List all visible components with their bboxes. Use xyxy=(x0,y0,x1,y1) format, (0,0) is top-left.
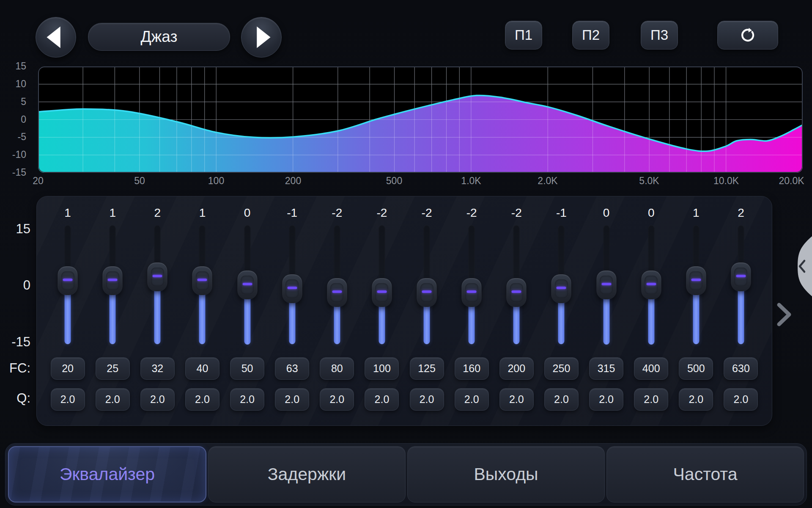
band-q-chip[interactable]: 2.0 xyxy=(724,388,758,411)
band-q-chip[interactable]: 2.0 xyxy=(230,388,264,411)
slider-thumb[interactable] xyxy=(507,278,527,307)
slider-thumb[interactable] xyxy=(596,271,616,299)
x-axis-tick-label: 500 xyxy=(386,175,402,187)
band-q-chip[interactable]: 2.0 xyxy=(365,388,399,411)
band-fc-chip[interactable]: 160 xyxy=(455,357,489,380)
next-bands-page-button[interactable] xyxy=(775,301,793,328)
band-q-chip[interactable]: 2.0 xyxy=(544,388,579,411)
band-q-chip[interactable]: 2.0 xyxy=(96,388,130,411)
band-fc-chip[interactable]: 25 xyxy=(96,357,130,380)
band-gain-slider[interactable] xyxy=(641,225,661,344)
band-q-chip[interactable]: 2.0 xyxy=(275,388,309,411)
band-fc-chip[interactable]: 80 xyxy=(320,357,354,380)
band-q-chip[interactable]: 2.0 xyxy=(634,388,668,411)
slider-thumb[interactable] xyxy=(58,266,78,295)
slider-thumb[interactable] xyxy=(731,262,751,291)
y-axis-tick-label: -15 xyxy=(0,167,26,178)
slider-thumb[interactable] xyxy=(686,266,706,295)
band-q-chip[interactable]: 2.0 xyxy=(140,388,175,411)
band-gain-slider[interactable] xyxy=(102,225,123,344)
slider-thumb[interactable] xyxy=(237,271,257,299)
band-gain-slider[interactable] xyxy=(417,225,437,344)
band-gain-slider[interactable] xyxy=(731,225,751,344)
slider-thumb[interactable] xyxy=(192,266,212,295)
band-gain-slider[interactable] xyxy=(147,225,167,344)
band-gain-slider[interactable] xyxy=(686,225,706,344)
x-axis-tick-label: 20.0K xyxy=(779,175,804,187)
band-gain-value: -1 xyxy=(287,204,297,222)
band-gain-slider[interactable] xyxy=(551,225,571,344)
band-fc-chip[interactable]: 630 xyxy=(724,357,758,380)
band-gain-slider[interactable] xyxy=(282,225,302,344)
memory-button-p3[interactable]: П3 xyxy=(641,21,678,50)
band-gain-slider[interactable] xyxy=(192,225,212,344)
band-fc-chip[interactable]: 20 xyxy=(51,357,85,380)
slider-thumb[interactable] xyxy=(551,274,571,303)
tab-frequency[interactable]: Частота xyxy=(606,446,804,502)
band-gain-slider[interactable] xyxy=(506,225,527,344)
band-q-chip[interactable]: 2.0 xyxy=(51,388,85,411)
band-fc-chip[interactable]: 200 xyxy=(499,357,534,380)
slider-thumb-inner xyxy=(689,271,702,290)
band-fc-chip[interactable]: 63 xyxy=(275,357,309,380)
slider-thumb-inner xyxy=(555,279,568,298)
band-gain-value: 0 xyxy=(603,204,610,222)
band-gain-slider[interactable] xyxy=(327,225,347,344)
slider-thumb-dash-icon xyxy=(736,275,746,277)
memory-button-p1[interactable]: П1 xyxy=(505,21,542,50)
band-gain-slider[interactable] xyxy=(596,225,617,344)
band-gain-slider[interactable] xyxy=(237,225,258,344)
eq-band: 0 400 2.0 xyxy=(629,204,674,411)
slider-thumb[interactable] xyxy=(462,278,482,307)
band-fc-chip[interactable]: 50 xyxy=(230,357,264,380)
slider-thumb[interactable] xyxy=(372,278,392,307)
slider-thumb[interactable] xyxy=(641,271,661,299)
slider-thumb[interactable] xyxy=(148,262,167,291)
eq-band: 1 25 2.0 xyxy=(90,204,135,411)
band-gain-slider[interactable] xyxy=(461,225,482,344)
tab-delays[interactable]: Задержки xyxy=(208,446,406,502)
slider-thumb[interactable] xyxy=(103,266,123,295)
band-fc-chip[interactable]: 100 xyxy=(365,357,399,380)
slider-thumb-inner xyxy=(645,276,658,294)
preset-prev-button[interactable] xyxy=(36,17,76,58)
band-fc-chip[interactable]: 32 xyxy=(140,357,175,380)
band-q-chip[interactable]: 2.0 xyxy=(320,388,354,411)
x-axis-tick-label: 1.0K xyxy=(461,175,481,187)
side-drawer-handle[interactable] xyxy=(787,235,812,297)
slider-thumb[interactable] xyxy=(282,274,302,303)
band-q-chip[interactable]: 2.0 xyxy=(679,388,713,411)
slider-thumb-dash-icon xyxy=(287,287,297,289)
tab-equalizer[interactable]: Эквалайзер xyxy=(8,446,206,502)
slider-thumb[interactable] xyxy=(327,278,347,307)
slider-thumb-dash-icon xyxy=(601,283,611,285)
band-gain-value: 2 xyxy=(154,204,161,222)
slider-thumb-inner xyxy=(196,271,209,290)
band-fc-chip[interactable]: 315 xyxy=(589,357,623,380)
band-q-chip[interactable]: 2.0 xyxy=(455,388,489,411)
band-fc-chip[interactable]: 40 xyxy=(185,357,219,380)
memory-button-p2[interactable]: П2 xyxy=(572,21,609,50)
slider-thumb[interactable] xyxy=(417,278,437,307)
slider-thumb-inner xyxy=(151,268,164,286)
eq-band: -1 250 2.0 xyxy=(539,204,584,411)
band-gain-value: 2 xyxy=(738,204,744,222)
band-q-chip[interactable]: 2.0 xyxy=(589,388,623,411)
slider-thumb-inner xyxy=(734,268,747,286)
preset-next-button[interactable] xyxy=(241,17,282,58)
band-fc-chip[interactable]: 500 xyxy=(679,357,713,380)
reset-button[interactable] xyxy=(717,21,778,50)
band-q-chip[interactable]: 2.0 xyxy=(410,388,444,411)
band-fc-chip[interactable]: 400 xyxy=(634,357,668,380)
slider-thumb-inner xyxy=(330,283,343,302)
band-q-chip[interactable]: 2.0 xyxy=(185,388,219,411)
band-fc-chip[interactable]: 250 xyxy=(544,357,579,380)
band-fc-chip[interactable]: 125 xyxy=(410,357,444,380)
band-q-chip[interactable]: 2.0 xyxy=(499,388,534,411)
tab-outputs[interactable]: Выходы xyxy=(407,446,605,502)
band-gain-slider[interactable] xyxy=(372,225,392,344)
slider-thumb-dash-icon xyxy=(377,290,387,293)
band-gain-slider[interactable] xyxy=(58,225,78,344)
slider-thumb-inner xyxy=(61,271,74,290)
preset-display[interactable]: Джаз xyxy=(88,23,230,51)
